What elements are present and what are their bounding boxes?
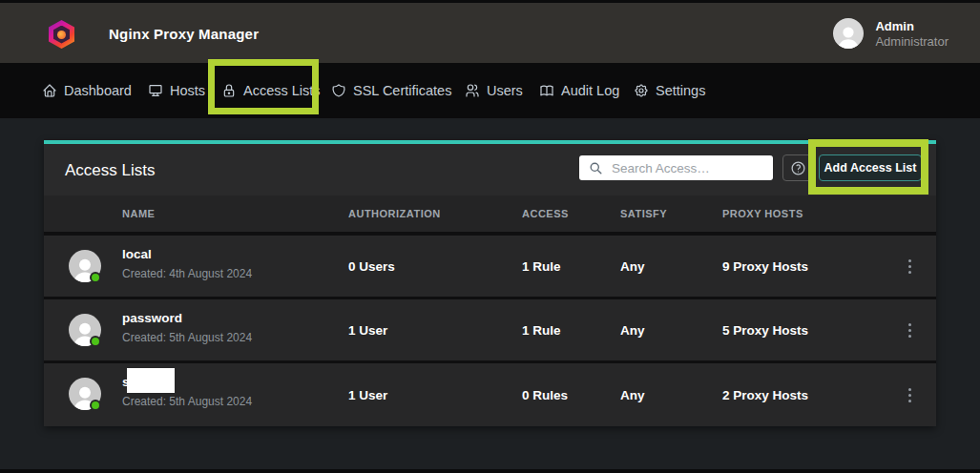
proxy-hosts-value: 9 Proxy Hosts — [722, 236, 808, 297]
nav-item-dashboard[interactable]: Dashboard — [42, 63, 132, 118]
nav-label: SSL Certificates — [353, 83, 451, 98]
created-date: Created: 4th August 2024 — [122, 267, 252, 280]
table-row[interactable]: local Created: 4th August 2024 0 Users 1… — [44, 236, 936, 297]
nav-label: Audit Log — [561, 83, 619, 98]
app-window: Nginx Proxy Manager Admin Administrator … — [0, 0, 980, 473]
app-logo-icon — [49, 20, 74, 49]
users-icon — [465, 83, 480, 98]
help-icon — [790, 160, 806, 176]
app-title: Nginx Proxy Manager — [109, 26, 259, 42]
main-nav: Dashboard Hosts Access Lists SSL Certifi… — [0, 63, 980, 118]
access-value: 1 Rule — [522, 236, 561, 297]
access-lists-panel: Access Lists Add Access List — [44, 140, 936, 426]
column-header-proxy-hosts: PROXY HOSTS — [722, 195, 803, 232]
lock-icon — [221, 83, 237, 98]
authorization-value: 0 Users — [348, 236, 395, 297]
page-content: Access Lists Add Access List — [0, 118, 980, 469]
app-header: Nginx Proxy Manager Admin Administrator — [0, 3, 980, 63]
authorization-value: 1 User — [348, 299, 387, 360]
monitor-icon — [148, 83, 163, 98]
book-icon — [539, 83, 554, 98]
access-list-name[interactable]: password — [122, 311, 182, 325]
nav-item-hosts[interactable]: Hosts — [148, 63, 205, 118]
nav-item-users[interactable]: Users — [465, 63, 523, 118]
search-icon — [589, 161, 603, 175]
status-online-dot — [90, 336, 101, 347]
table-header: NAME AUTHORIZATION ACCESS SATISFY PROXY … — [44, 195, 936, 232]
nav-label: Settings — [656, 83, 705, 98]
row-actions-menu-icon[interactable] — [896, 299, 923, 360]
table-row[interactable]: sn Created: 5th August 2024 1 User 0 Rul… — [44, 363, 936, 426]
authorization-value: 1 User — [348, 363, 387, 426]
satisfy-value: Any — [620, 236, 645, 297]
nav-label: Hosts — [170, 83, 205, 98]
column-header-access: ACCESS — [522, 195, 569, 232]
nav-label: Access Lists — [243, 83, 321, 98]
satisfy-value: Any — [620, 363, 645, 426]
table-row[interactable]: password Created: 5th August 2024 1 User… — [44, 299, 936, 360]
redaction-box — [127, 368, 175, 393]
panel-header: Access Lists Add Access List — [44, 144, 936, 195]
nav-item-ssl-certificates[interactable]: SSL Certificates — [331, 63, 451, 118]
row-actions-menu-icon[interactable] — [896, 236, 923, 297]
proxy-hosts-value: 5 Proxy Hosts — [722, 299, 808, 360]
access-list-name[interactable]: local — [122, 247, 152, 261]
user-avatar[interactable] — [833, 18, 864, 49]
proxy-hosts-value: 2 Proxy Hosts — [722, 363, 808, 426]
user-menu[interactable]: Admin Administrator — [833, 18, 949, 50]
user-role: Administrator — [875, 34, 949, 50]
search-input[interactable] — [612, 161, 764, 175]
page-title: Access Lists — [65, 161, 155, 180]
status-online-dot — [90, 400, 101, 411]
nav-label: Users — [487, 83, 523, 98]
help-button[interactable] — [782, 154, 814, 181]
satisfy-value: Any — [620, 299, 645, 360]
nav-item-settings[interactable]: Settings — [634, 63, 705, 118]
created-date: Created: 5th August 2024 — [122, 395, 252, 408]
person-icon — [833, 21, 864, 49]
user-name: Admin — [875, 18, 949, 34]
add-access-list-button[interactable]: Add Access List — [819, 154, 922, 181]
column-header-satisfy: SATISFY — [620, 195, 667, 232]
status-online-dot — [90, 272, 101, 283]
column-header-name: NAME — [122, 195, 155, 232]
gear-icon — [634, 83, 649, 98]
column-header-authorization: AUTHORIZATION — [348, 195, 441, 232]
access-value: 1 Rule — [522, 299, 561, 360]
created-date: Created: 5th August 2024 — [122, 331, 252, 344]
nav-item-audit-log[interactable]: Audit Log — [539, 63, 619, 118]
nav-label: Dashboard — [64, 83, 132, 98]
row-actions-menu-icon[interactable] — [896, 363, 923, 426]
nav-item-access-lists[interactable]: Access Lists — [221, 63, 321, 118]
search-box — [579, 155, 773, 180]
access-value: 0 Rules — [522, 363, 568, 426]
home-icon — [42, 83, 57, 98]
shield-icon — [331, 83, 346, 98]
